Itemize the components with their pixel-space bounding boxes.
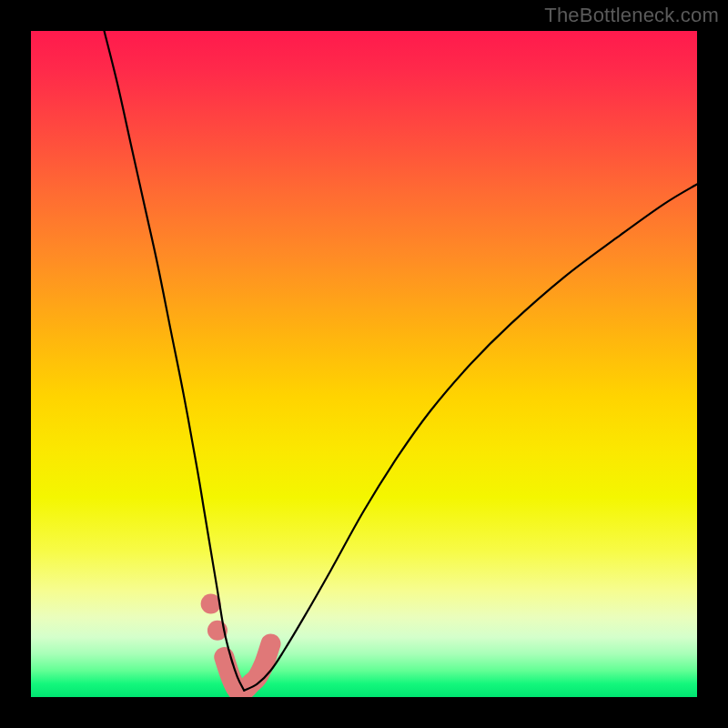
curve-left-branch [105, 31, 245, 691]
trough-marker [224, 643, 270, 692]
curve-right-branch [244, 184, 697, 690]
curve-layer [31, 31, 697, 697]
plot-area [31, 31, 697, 697]
chart-frame: TheBottleneck.com [0, 0, 728, 728]
watermark-text: TheBottleneck.com [544, 4, 719, 27]
